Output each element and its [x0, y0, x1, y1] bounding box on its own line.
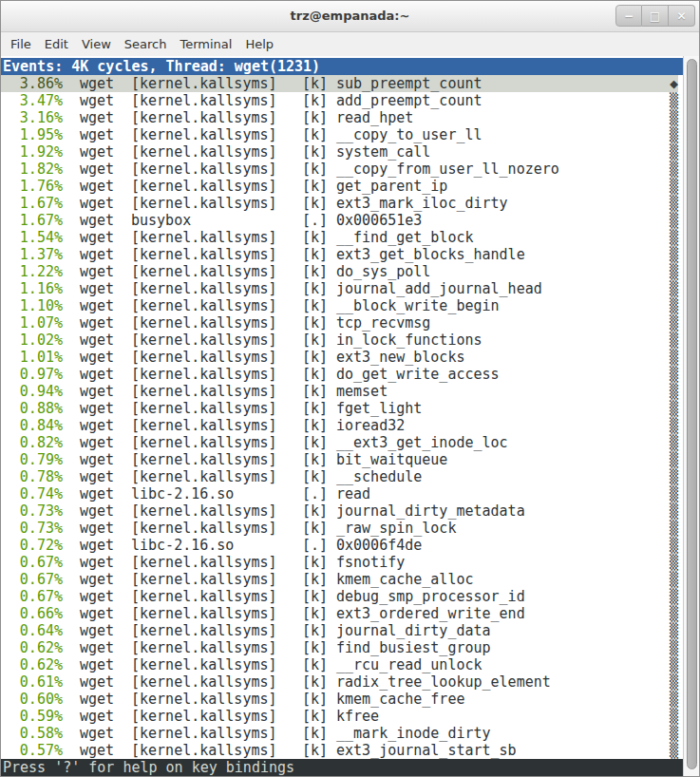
table-row[interactable]: 0.62% wget [kernel.kallsyms] [k] __rcu_r… — [1, 656, 683, 673]
tui-scrollbar-char: ▒ — [670, 537, 678, 554]
table-row[interactable]: 1.54% wget [kernel.kallsyms] [k] __find_… — [1, 229, 683, 246]
tui-scrollbar-char: ▒ — [670, 212, 678, 229]
scrollbar-track[interactable] — [683, 56, 700, 777]
command: wget — [80, 314, 114, 332]
scrollbar-thumb[interactable] — [687, 59, 697, 769]
table-row[interactable]: 0.79% wget [kernel.kallsyms] [k] bit_wai… — [1, 451, 683, 468]
tui-scrollbar-char: ▒ — [670, 571, 678, 588]
terminal-screen[interactable]: Events: 4K cycles, Thread: wget(1231) 3.… — [1, 56, 700, 777]
symbol: ioread32 — [336, 417, 405, 434]
shared-object: [kernel.kallsyms] — [131, 451, 277, 468]
menu-item-view[interactable]: View — [82, 37, 111, 51]
privilege-level: [k] — [302, 195, 328, 212]
command: wget — [80, 725, 114, 742]
shared-object: [kernel.kallsyms] — [131, 400, 277, 417]
table-row[interactable]: 0.74% wget libc-2.16.so [.] read ▒ — [1, 485, 683, 502]
table-row[interactable]: 1.67% wget [kernel.kallsyms] [k] ext3_ma… — [1, 195, 683, 212]
table-row[interactable]: 1.22% wget [kernel.kallsyms] [k] do_sys_… — [1, 263, 683, 280]
command: wget — [80, 109, 114, 126]
table-row[interactable]: 0.67% wget [kernel.kallsyms] [k] fsnotif… — [1, 554, 683, 571]
tui-position-marker-icon: ◆ — [670, 75, 678, 92]
symbol: radix_tree_lookup_element — [336, 673, 551, 691]
terminal-window: trz@empanada:~ − □ ✕ FileEditViewSearchT… — [0, 0, 700, 777]
perf-events-header: Events: 4K cycles, Thread: wget(1231) — [1, 58, 683, 75]
tui-scrollbar-char: ▒ — [670, 622, 678, 639]
table-row[interactable]: 0.97% wget [kernel.kallsyms] [k] do_get_… — [1, 366, 683, 383]
privilege-level: [.] — [302, 212, 328, 229]
command: wget — [80, 297, 114, 314]
table-row[interactable]: 0.62% wget [kernel.kallsyms] [k] find_bu… — [1, 639, 683, 656]
minimize-button[interactable]: − — [615, 5, 642, 27]
table-row[interactable]: 0.73% wget [kernel.kallsyms] [k] _raw_sp… — [1, 520, 683, 537]
table-row[interactable]: 1.16% wget [kernel.kallsyms] [k] journal… — [1, 280, 683, 297]
table-row[interactable]: 1.02% wget [kernel.kallsyms] [k] in_lock… — [1, 332, 683, 349]
tui-scrollbar-char: ▒ — [670, 708, 678, 725]
close-button[interactable]: ✕ — [669, 5, 695, 27]
titlebar[interactable]: trz@empanada:~ − □ ✕ — [1, 1, 699, 32]
table-row[interactable]: 0.61% wget [kernel.kallsyms] [k] radix_t… — [1, 673, 683, 691]
table-row[interactable]: 3.86% wget [kernel.kallsyms] [k] sub_pre… — [1, 75, 678, 92]
symbol: kmem_cache_alloc — [336, 571, 474, 588]
table-row[interactable]: 3.16% wget [kernel.kallsyms] [k] read_hp… — [1, 109, 683, 126]
table-row[interactable]: 0.57% wget [kernel.kallsyms] [k] ext3_jo… — [1, 742, 683, 759]
table-row[interactable]: 1.82% wget [kernel.kallsyms] [k] __copy_… — [1, 161, 683, 178]
shared-object: [kernel.kallsyms] — [131, 280, 277, 297]
table-row[interactable]: 3.47% wget [kernel.kallsyms] [k] add_pre… — [1, 92, 683, 109]
table-row[interactable]: 1.01% wget [kernel.kallsyms] [k] ext3_ne… — [1, 349, 683, 366]
symbol: __rcu_read_unlock — [336, 656, 482, 673]
table-row[interactable]: 0.60% wget [kernel.kallsyms] [k] kmem_ca… — [1, 691, 683, 708]
table-row[interactable]: 0.94% wget [kernel.kallsyms] [k] memset … — [1, 383, 683, 400]
command: wget — [80, 656, 114, 673]
table-row[interactable]: 0.73% wget [kernel.kallsyms] [k] journal… — [1, 502, 683, 520]
menu-item-terminal[interactable]: Terminal — [180, 37, 232, 51]
perf-top-view: Events: 4K cycles, Thread: wget(1231) 3.… — [1, 58, 683, 776]
menu-item-edit[interactable]: Edit — [45, 37, 68, 51]
symbol: do_get_write_access — [336, 366, 500, 383]
table-row[interactable]: 0.88% wget [kernel.kallsyms] [k] fget_li… — [1, 400, 683, 417]
table-row[interactable]: 1.07% wget [kernel.kallsyms] [k] tcp_rec… — [1, 314, 683, 332]
command: wget — [80, 143, 114, 161]
overhead-percent: 1.01% — [3, 349, 63, 366]
privilege-level: [k] — [302, 280, 328, 297]
overhead-percent: 0.97% — [3, 366, 63, 383]
privilege-level: [k] — [302, 502, 328, 520]
shared-object: [kernel.kallsyms] — [131, 161, 277, 178]
symbol: sub_preempt_count — [336, 75, 482, 92]
tui-scrollbar-char: ▒ — [670, 109, 678, 126]
table-row[interactable]: 1.37% wget [kernel.kallsyms] [k] ext3_ge… — [1, 246, 683, 263]
privilege-level: [k] — [302, 708, 328, 725]
table-row[interactable]: 0.59% wget [kernel.kallsyms] [k] kfree ▒ — [1, 708, 683, 725]
overhead-percent: 1.67% — [3, 212, 63, 229]
table-row[interactable]: 1.67% wget busybox [.] 0x000651e3 ▒ — [1, 212, 683, 229]
privilege-level: [k] — [302, 332, 328, 349]
table-row[interactable]: 0.84% wget [kernel.kallsyms] [k] ioread3… — [1, 417, 683, 434]
table-row[interactable]: 1.95% wget [kernel.kallsyms] [k] __copy_… — [1, 126, 683, 143]
table-row[interactable]: 0.67% wget [kernel.kallsyms] [k] debug_s… — [1, 588, 683, 605]
tui-scrollbar-char: ▒ — [670, 314, 678, 332]
privilege-level: [k] — [302, 263, 328, 280]
shared-object: [kernel.kallsyms] — [131, 126, 277, 143]
menu-item-search[interactable]: Search — [124, 37, 167, 51]
maximize-button[interactable]: □ — [642, 5, 669, 27]
table-row[interactable]: 1.10% wget [kernel.kallsyms] [k] __block… — [1, 297, 683, 314]
command: wget — [80, 229, 114, 246]
table-row[interactable]: 0.66% wget [kernel.kallsyms] [k] ext3_or… — [1, 605, 683, 622]
table-row[interactable]: 0.67% wget [kernel.kallsyms] [k] kmem_ca… — [1, 571, 683, 588]
table-row[interactable]: 0.64% wget [kernel.kallsyms] [k] journal… — [1, 622, 683, 639]
symbol: kfree — [336, 708, 379, 725]
menu-item-help[interactable]: Help — [245, 37, 274, 51]
privilege-level: [k] — [302, 451, 328, 468]
command: wget — [80, 366, 114, 383]
tui-scrollbar-char: ▒ — [670, 195, 678, 212]
table-row[interactable]: 0.72% wget libc-2.16.so [.] 0x0006f4de ▒ — [1, 537, 683, 554]
table-row[interactable]: 0.82% wget [kernel.kallsyms] [k] __ext3_… — [1, 434, 683, 451]
table-row[interactable]: 1.76% wget [kernel.kallsyms] [k] get_par… — [1, 178, 683, 195]
table-row[interactable]: 1.92% wget [kernel.kallsyms] [k] system_… — [1, 143, 683, 161]
table-row[interactable]: 0.78% wget [kernel.kallsyms] [k] __sched… — [1, 468, 683, 485]
command: wget — [80, 349, 114, 366]
table-row[interactable]: 0.58% wget [kernel.kallsyms] [k] __mark_… — [1, 725, 683, 742]
menu-item-file[interactable]: File — [10, 37, 31, 51]
shared-object: [kernel.kallsyms] — [131, 708, 277, 725]
privilege-level: [k] — [302, 75, 328, 92]
shared-object: [kernel.kallsyms] — [131, 502, 277, 520]
